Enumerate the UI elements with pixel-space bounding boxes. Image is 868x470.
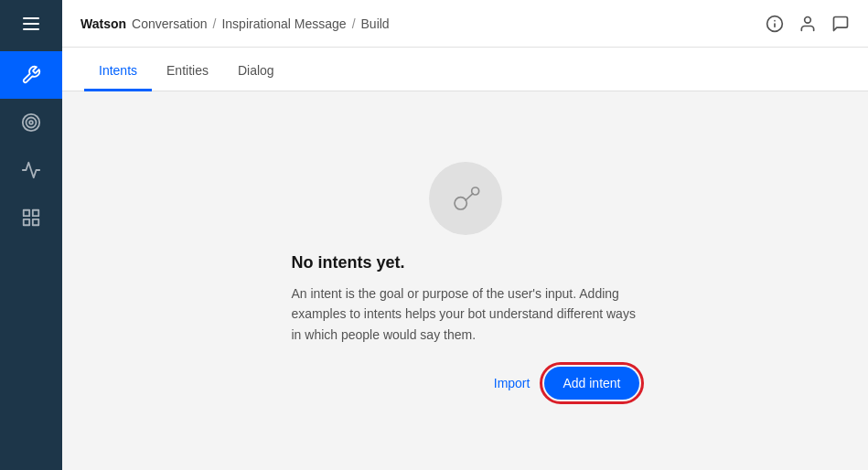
- breadcrumb-sep1: Conversation: [132, 16, 208, 31]
- header-icons: [766, 15, 850, 33]
- chat-icon-button[interactable]: [831, 15, 850, 33]
- hamburger-icon: [23, 17, 39, 30]
- sidebar-item-tools[interactable]: [0, 51, 62, 99]
- hamburger-button[interactable]: [0, 0, 62, 48]
- target-icon: [21, 112, 41, 133]
- empty-state-icon: [429, 162, 502, 235]
- intent-icon: [447, 180, 484, 217]
- add-intent-button[interactable]: Add intent: [544, 367, 638, 400]
- info-icon-button[interactable]: [766, 15, 784, 33]
- brand-name: Watson: [80, 16, 126, 31]
- tab-entities[interactable]: Entities: [152, 52, 223, 91]
- import-link[interactable]: Import: [494, 376, 530, 390]
- tab-bar: Intents Entities Dialog: [62, 48, 868, 91]
- breadcrumb-sep-2: /: [352, 16, 356, 31]
- sidebar: [0, 0, 62, 470]
- svg-rect-4: [33, 210, 38, 216]
- empty-description: An intent is the goal or purpose of the …: [292, 283, 639, 345]
- content-area: No intents yet. An intent is the goal or…: [62, 91, 868, 470]
- user-icon: [798, 15, 817, 33]
- action-row: Import Add intent: [494, 367, 639, 400]
- breadcrumb-workspace: Inspirational Message: [221, 16, 346, 31]
- chat-icon: [831, 15, 850, 33]
- sidebar-nav: [0, 48, 62, 241]
- dashboard-icon: [21, 208, 41, 228]
- empty-title: No intents yet.: [292, 253, 405, 272]
- svg-point-11: [455, 198, 466, 209]
- empty-state: No intents yet. An intent is the goal or…: [273, 144, 658, 418]
- svg-line-13: [466, 194, 473, 200]
- breadcrumb-page: Build: [361, 16, 390, 31]
- tab-intents[interactable]: Intents: [84, 52, 152, 91]
- tools-icon: [21, 65, 41, 85]
- svg-point-10: [805, 16, 811, 23]
- info-icon: [766, 15, 784, 33]
- svg-rect-5: [24, 219, 29, 225]
- breadcrumb: Watson Conversation / Inspirational Mess…: [80, 16, 390, 31]
- svg-rect-3: [24, 210, 29, 216]
- breadcrumb-sep-1: /: [213, 16, 217, 31]
- tab-dialog[interactable]: Dialog: [223, 52, 289, 91]
- analytics-icon: [21, 160, 41, 180]
- svg-point-1: [27, 118, 37, 128]
- svg-rect-6: [33, 219, 38, 225]
- sidebar-item-target[interactable]: [0, 99, 62, 146]
- main-content: Watson Conversation / Inspirational Mess…: [62, 0, 868, 470]
- sidebar-item-analytics[interactable]: [0, 146, 62, 194]
- user-icon-button[interactable]: [798, 15, 817, 33]
- header: Watson Conversation / Inspirational Mess…: [62, 0, 868, 48]
- sidebar-item-dashboard[interactable]: [0, 194, 62, 241]
- svg-point-2: [29, 121, 33, 124]
